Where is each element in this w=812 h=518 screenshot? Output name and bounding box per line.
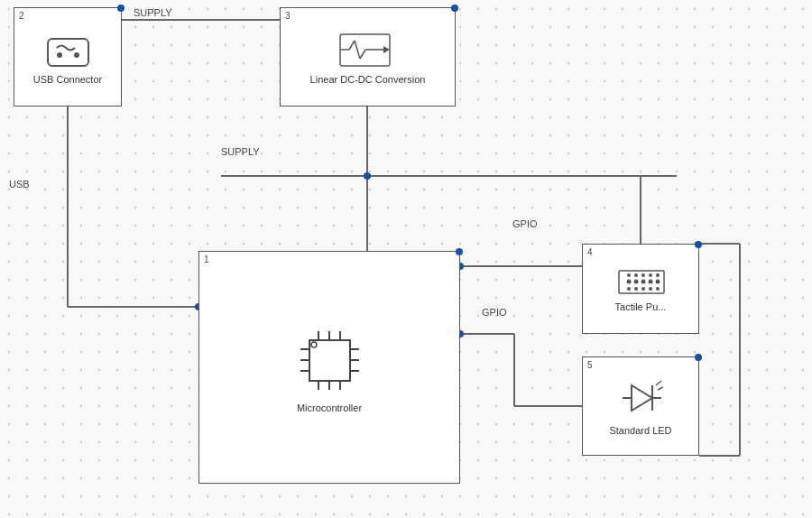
svg-point-58 [656,287,660,291]
led-label: Standard LED [609,425,671,436]
dc-dc-icon [338,30,397,70]
dc-dc-component[interactable]: 3 Linear DC-DC Conversion [280,7,456,106]
tactile-label: Tactile Pu... [615,301,667,312]
usb-connector-label: USB Connector [33,74,102,85]
svg-marker-59 [632,385,652,411]
usb-label: USB [9,179,30,190]
gpio-label-1: GPIO [512,218,538,229]
svg-point-46 [641,279,645,283]
microcontroller-number: 1 [204,254,209,264]
svg-line-24 [355,41,360,59]
svg-point-56 [641,287,645,291]
dc-dc-number: 3 [285,11,291,21]
mcu-icon [291,322,368,399]
usb-connector-dot [117,5,125,12]
microcontroller-dot-top-right [456,248,463,255]
led-dot-top-right [695,354,702,361]
svg-point-47 [648,279,652,283]
svg-point-42 [311,342,317,347]
svg-rect-18 [48,39,88,66]
usb-icon [43,30,93,70]
microcontroller-component[interactable]: 1 Microcontroller [198,251,460,484]
led-icon [618,376,663,421]
standard-led-component[interactable]: 5 Standard LED [582,356,699,456]
usb-connector-component[interactable]: 2 USB Connector [14,7,122,106]
pushbutton-icon [616,266,666,298]
svg-point-19 [57,52,62,58]
svg-point-49 [627,273,631,277]
supply-label-2: SUPPLY [221,146,260,157]
diagram-canvas: 2 USB Connector 3 Linear DC-DC Conv [0,0,812,518]
usb-connector-number: 2 [19,11,24,21]
svg-point-48 [655,279,660,283]
svg-point-50 [634,273,638,277]
tactile-pushbutton-component[interactable]: 4 Tactile Pu... [582,244,699,334]
supply-label-1: SUPPLY [134,7,172,18]
led-number: 5 [587,360,593,370]
svg-point-55 [634,287,638,291]
svg-point-54 [627,287,631,291]
svg-point-45 [633,279,638,283]
svg-point-14 [364,172,371,180]
svg-point-52 [649,273,652,277]
svg-marker-28 [383,46,390,53]
svg-line-25 [360,50,365,59]
svg-point-53 [656,273,660,277]
dc-dc-label: Linear DC-DC Conversion [310,74,426,85]
svg-point-44 [626,279,631,283]
dc-dc-dot-top-right [451,5,458,12]
gpio-label-2: GPIO [482,307,507,318]
svg-line-63 [656,381,661,385]
tactile-number: 4 [587,247,593,257]
svg-line-64 [658,387,663,390]
microcontroller-label: Microcontroller [297,402,362,413]
svg-point-57 [649,287,652,291]
svg-line-23 [349,41,355,50]
svg-point-20 [74,52,79,58]
svg-point-51 [641,273,645,277]
tactile-dot-top-right [695,241,702,248]
